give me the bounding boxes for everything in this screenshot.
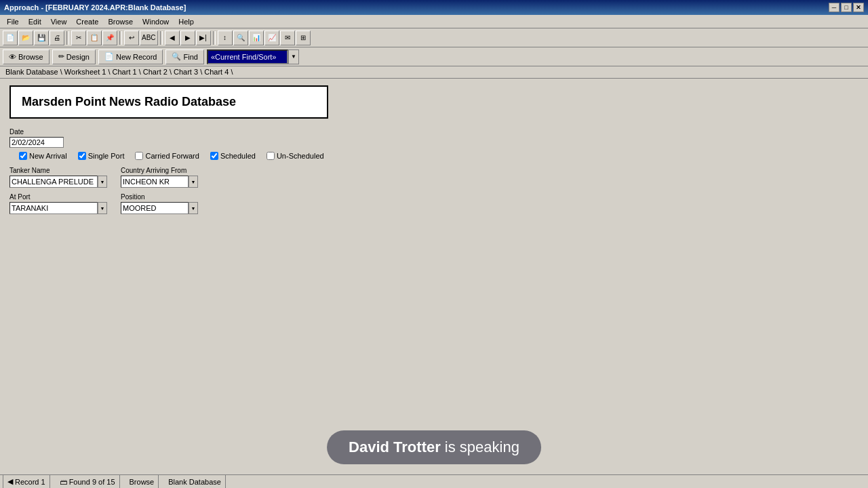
browse-icon: 👁 [9,53,16,61]
menu-help[interactable]: Help [174,16,198,27]
port-input-wrapper: ▼ [9,202,107,214]
menu-file[interactable]: File [3,16,23,27]
restore-button[interactable]: □ [841,3,852,12]
checkbox-single-port-input[interactable] [78,152,86,160]
db-icon: 🗃 [60,478,67,486]
speaking-name: David Trotter [349,439,441,455]
checkbox-scheduled-label: Scheduled [220,152,256,160]
spell-icon: ABC [142,34,156,41]
menu-bar: File Edit View Create Browse Window Help [0,15,868,28]
menu-view[interactable]: View [47,16,71,27]
copy-icon: 📋 [90,34,98,41]
country-input-wrapper: ▼ [121,176,198,188]
checkbox-scheduled-input[interactable] [210,152,218,160]
mail-icon: ✉ [285,34,290,41]
toolbar-cut[interactable]: ✂ [71,30,86,45]
toolbar-chart[interactable]: 📈 [264,30,279,45]
toolbar-undo[interactable]: ↩ [124,30,139,45]
position-label: Position [121,193,198,201]
toolbar-mail[interactable]: ✉ [280,30,295,45]
find-button[interactable]: 🔍 Find [165,49,203,64]
toolbar-print[interactable]: 🖨 [50,30,64,45]
port-position-row: At Port ▼ Position ▼ [9,193,859,214]
close-button[interactable]: ✕ [853,3,864,12]
toolbar-new[interactable]: 📄 [3,30,18,45]
tanker-arrow[interactable]: ▼ [98,176,107,188]
port-field: At Port ▼ [9,193,107,214]
toolbar-last[interactable]: ▶| [196,30,211,45]
sort-dropdown-value: «Current Find/Sort» [211,53,277,61]
design-icon: ✏ [58,52,64,61]
filter-icon: 🔍 [237,34,245,41]
country-field: Country Arriving From ▼ [121,167,198,188]
tanker-input-wrapper: ▼ [9,176,107,188]
toolbar-copy[interactable]: 📋 [87,30,102,45]
status-found: 🗃 Found 9 of 15 [56,475,120,488]
menu-browse[interactable]: Browse [104,16,137,27]
sort-dropdown-arrow[interactable]: ▼ [288,49,299,64]
checkbox-carried-forward-label: Carried Forward [145,152,199,160]
status-database: Blank Database [164,475,226,488]
checkbox-new-arrival-input[interactable] [19,152,27,160]
country-input[interactable] [121,176,189,188]
date-row: Date [9,128,859,148]
design-button[interactable]: ✏ Design [52,49,96,64]
next-icon: ▶ [185,34,191,41]
port-arrow[interactable]: ▼ [98,202,107,214]
toolbar-open[interactable]: 📂 [18,30,33,45]
breadcrumb-path: Blank Database \ Worksheet 1 \ Chart 1 \… [5,68,233,76]
toolbar-report[interactable]: 📊 [249,30,264,45]
position-input[interactable] [121,202,189,214]
checkbox-unscheduled-label: Un-Scheduled [277,152,324,160]
browse-button[interactable]: 👁 Browse [3,49,50,64]
checkbox-carried-forward[interactable]: Carried Forward [135,152,199,160]
checkbox-unscheduled[interactable]: Un-Scheduled [267,152,324,160]
found-text: Found 9 of 15 [69,478,115,486]
checkbox-carried-forward-input[interactable] [135,152,143,160]
toolbar-filter[interactable]: 🔍 [233,30,248,45]
country-arrow[interactable]: ▼ [189,176,198,188]
minimize-button[interactable]: ─ [829,3,840,12]
menu-window[interactable]: Window [138,16,173,27]
save-icon: 💾 [37,34,45,41]
checkbox-unscheduled-input[interactable] [267,152,275,160]
db-title-text: Marsden Point News Radio Database [22,95,236,108]
toolbar-paste[interactable]: 📌 [102,30,117,45]
country-label: Country Arriving From [121,167,198,174]
action-toolbar: 👁 Browse ✏ Design 📄 New Record 🔍 Find «C… [0,47,868,66]
sep2 [119,31,122,45]
date-input[interactable] [9,137,64,148]
record-icon: ◀ [7,477,13,486]
menu-edit[interactable]: Edit [24,16,45,27]
position-arrow[interactable]: ▼ [189,202,198,214]
toolbar-save[interactable]: 💾 [34,30,49,45]
find-icon: 🔍 [172,52,181,61]
toolbar-prev[interactable]: ◀ [165,30,180,45]
checkbox-scheduled[interactable]: Scheduled [210,152,256,160]
menu-create[interactable]: Create [72,16,102,27]
checkbox-single-port[interactable]: Single Port [78,152,125,160]
speaking-overlay: David Trotter is speaking [327,430,541,464]
toolbar-sort[interactable]: ↕ [218,30,233,45]
title-bar-controls: ─ □ ✕ [829,3,864,12]
toolbar-spell[interactable]: ABC [140,30,158,45]
checkbox-new-arrival[interactable]: New Arrival [19,152,67,160]
toolbar-next[interactable]: ▶ [180,30,195,45]
checkbox-single-port-label: Single Port [88,152,125,160]
checkboxes-row: New Arrival Single Port Carried Forward … [9,152,859,160]
find-label: Find [183,53,197,61]
tanker-input[interactable] [9,176,98,188]
sort-icon: ↕ [223,34,226,41]
window-title: Approach - [FEBRUARY 2024.APR:Blank Data… [4,3,186,12]
new-record-icon: 📄 [104,52,114,61]
report-icon: 📊 [252,34,260,41]
tanker-field: Tanker Name ▼ [9,167,107,188]
sort-dropdown[interactable]: «Current Find/Sort» [207,49,288,64]
cut-icon: ✂ [76,34,81,41]
port-input[interactable] [9,202,98,214]
title-bar: Approach - [FEBRUARY 2024.APR:Blank Data… [0,0,868,15]
toolbar-extra[interactable]: ⊞ [296,30,311,45]
new-icon: 📄 [6,34,14,41]
new-record-button[interactable]: 📄 New Record [98,49,163,64]
extra-icon: ⊞ [300,34,306,41]
